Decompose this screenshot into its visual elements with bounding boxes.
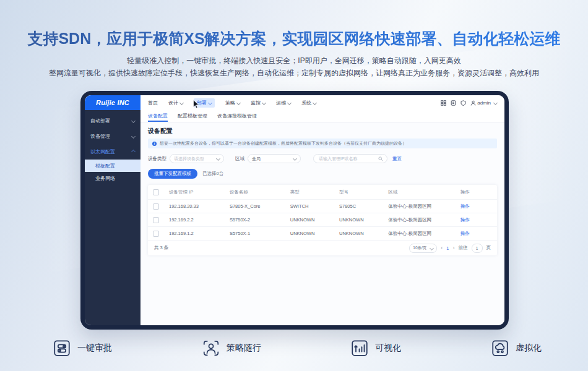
goto-label: 前往: [459, 245, 468, 251]
nav-item-label: 监控: [251, 100, 261, 106]
document-icon[interactable]: [451, 100, 456, 106]
content-area: 设备配置 配置模板管理 设备连接模板管理 设备配置 i 想要一次性配置多台设备，…: [141, 110, 504, 325]
info-banner: i 想要一次性配置多台设备，你可以基于一台设备创建配置模板，然后将配置模板下发到…: [148, 139, 497, 148]
one-click-approval-icon: [53, 339, 71, 357]
select-all-checkbox[interactable]: [153, 189, 159, 195]
virtualization-icon: [491, 339, 509, 357]
cell-region: 体验中心-极简园区网: [388, 231, 460, 237]
tab-bar: 设备配置 配置模板管理 设备连接模板管理: [141, 110, 504, 122]
feature-label: 一键审批: [77, 343, 112, 354]
table-header-row: 设备管理 IP 设备名称 类型 型号 区域 操作: [148, 185, 497, 200]
cell-region: 体验中心-极简园区网: [388, 203, 460, 210]
cell-ip: 192.169.1.2: [169, 231, 230, 236]
tab-device-config[interactable]: 设备配置: [148, 110, 168, 122]
table-row: 192.169.2.2 S5750X-2 UNKNOWN UNKNOWN 体验中…: [148, 213, 497, 227]
nav-item-ops[interactable]: 运维: [276, 100, 291, 106]
app-logo[interactable]: Ruijie INC: [85, 95, 141, 110]
cell-region: 体验中心-极简园区网: [388, 217, 460, 223]
chevron-down-icon: [179, 100, 184, 104]
tab-device-connection-template-mgmt[interactable]: 设备连接模板管理: [217, 110, 257, 122]
device-frame: Ruijie INC 首页 设计 部署 策略 监控 运维 系统 ad: [80, 91, 509, 330]
policy-follow-icon: [202, 339, 220, 357]
chevron-up-icon: [131, 150, 136, 154]
column-header-model: 型号: [339, 189, 388, 195]
chevron-down-icon: [131, 119, 136, 123]
sidebar-item-device-mgmt[interactable]: 设备管理: [85, 129, 141, 144]
row-checkbox[interactable]: [153, 203, 159, 210]
reset-link[interactable]: 重置: [392, 156, 402, 162]
cell-model: S7805C: [339, 203, 388, 209]
cell-type: UNKNOWN: [290, 231, 339, 236]
chevron-down-icon: [236, 100, 241, 104]
region-select[interactable]: 全局: [248, 154, 301, 163]
username-label: admin: [477, 100, 491, 106]
device-type-label: 设备类型: [148, 156, 166, 162]
info-icon: i: [152, 142, 157, 146]
chevron-down-icon: [131, 134, 136, 139]
nav-item-label: 策略: [225, 100, 235, 106]
nav-item-system[interactable]: 系统: [301, 100, 316, 106]
cell-type: UNKNOWN: [290, 217, 339, 223]
sidebar-item-ethernet-config[interactable]: 以太网配置: [85, 144, 141, 160]
feature-one-click-approval: 一键审批: [53, 339, 112, 357]
region-label: 区域: [235, 156, 244, 162]
device-type-placeholder: 请选择设备类型: [174, 156, 204, 162]
sidebar-subitem-service-network[interactable]: 业务网络: [85, 172, 141, 184]
row-action-link[interactable]: 操作: [460, 203, 492, 210]
nav-item-policy[interactable]: 策略: [225, 100, 240, 106]
sidebar: 自动部署 设备管理 以太网配置 模板配置 业务网络: [85, 110, 141, 325]
nav-item-monitor[interactable]: 监控: [251, 100, 266, 106]
page-suffix-label: 页: [486, 245, 491, 251]
chevron-down-icon: [287, 100, 292, 104]
prev-page-button[interactable]: ‹: [441, 245, 443, 251]
table-row: 192.169.1.2 S5750X-1 UNKNOWN UNKNOWN 体验中…: [148, 227, 497, 241]
nav-item-deploy[interactable]: 部署: [194, 98, 215, 108]
hero-subtitle-line2: 整网流量可视化，提供快速故障定位手段，快速恢复生产网络，自动化运维；定制专属的虚…: [0, 68, 588, 79]
app-topbar: Ruijie INC 首页 设计 部署 策略 监控 运维 系统 ad: [85, 95, 504, 110]
feature-strip: 一键审批 策略随行: [53, 339, 542, 357]
search-input[interactable]: [318, 156, 378, 161]
nav-item-home[interactable]: 首页: [148, 100, 158, 106]
row-checkbox[interactable]: [153, 231, 159, 237]
cell-name: S7805-X_Core: [230, 203, 290, 209]
row-action-link[interactable]: 操作: [460, 231, 492, 237]
cell-model: UNKNOWN: [339, 217, 388, 223]
apps-grid-icon[interactable]: [441, 100, 446, 106]
cell-model: UNKNOWN: [339, 231, 388, 236]
nav-item-design[interactable]: 设计: [168, 100, 183, 106]
column-header-type: 类型: [290, 189, 339, 195]
column-header-ip: 设备管理 IP: [169, 189, 230, 195]
current-page-button[interactable]: 1: [446, 245, 449, 251]
main-nav: 首页 设计 部署 策略 监控 运维 系统: [148, 98, 316, 108]
feature-label: 虚拟化: [516, 343, 542, 354]
sidebar-item-label: 设备管理: [90, 133, 110, 140]
tab-config-template-mgmt[interactable]: 配置模板管理: [178, 110, 207, 122]
app-body: 自动部署 设备管理 以太网配置 模板配置 业务网络 设备配置 配置模板管理 设备…: [85, 110, 504, 325]
sidebar-subitem-template-config[interactable]: 模板配置: [85, 160, 141, 172]
sidebar-item-label: 以太网配置: [90, 148, 115, 155]
search-icon: [378, 156, 383, 161]
goto-page-input[interactable]: 1: [472, 244, 483, 253]
row-action-link[interactable]: 操作: [460, 217, 492, 223]
page-size-select[interactable]: 10条/页: [409, 244, 437, 253]
nav-item-label: 部署: [197, 100, 207, 106]
next-page-button[interactable]: ›: [453, 245, 455, 251]
chevron-down-icon: [262, 100, 266, 104]
user-menu[interactable]: admin: [470, 100, 497, 106]
sidebar-item-auto-deploy[interactable]: 自动部署: [85, 113, 141, 129]
shield-icon[interactable]: [460, 100, 466, 106]
nav-item-label: 首页: [148, 100, 158, 106]
topbar-actions: admin: [441, 100, 497, 106]
device-type-select[interactable]: 请选择设备类型: [170, 154, 224, 163]
sidebar-item-label: 自动部署: [90, 117, 110, 124]
batch-deliver-template-button[interactable]: 批量下发配置模板: [148, 169, 197, 179]
region-value: 全局: [252, 156, 261, 162]
app-window: Ruijie INC 首页 设计 部署 策略 监控 运维 系统 ad: [85, 95, 504, 325]
row-checkbox[interactable]: [153, 217, 159, 223]
chevron-down-icon: [216, 156, 220, 161]
filter-bar: 设备类型 请选择设备类型 区域 全局: [148, 154, 497, 163]
hero-subtitle-line1: 轻量级准入控制，一键审批，终端接入快速且安全；IP即用户，全网迁移，策略自动跟随…: [0, 56, 588, 66]
chevron-down-icon: [293, 156, 297, 161]
feature-label: 可视化: [375, 343, 401, 354]
table-row: 192.168.20.33 S7805-X_Core SWITCH S7805C…: [148, 200, 497, 213]
